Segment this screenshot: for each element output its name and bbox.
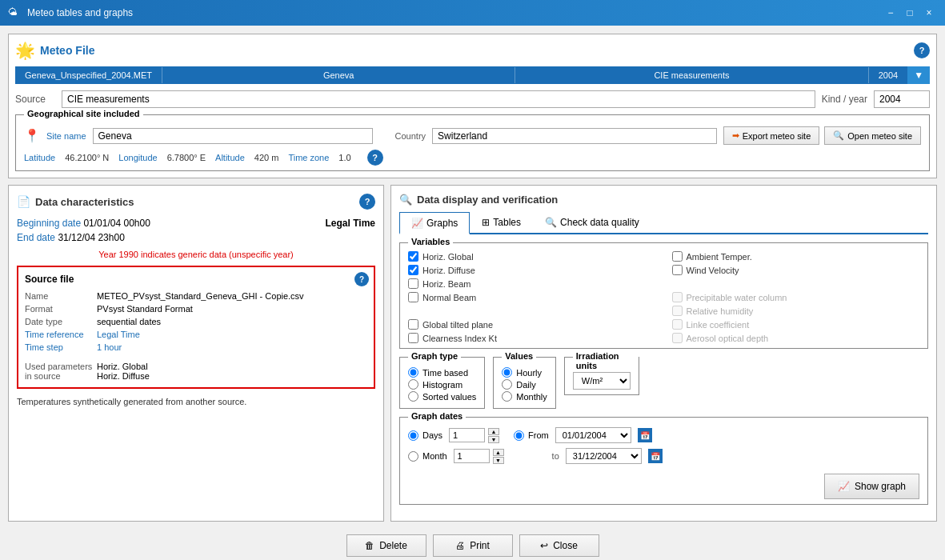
values-daily-radio[interactable] (502, 379, 512, 390)
var-precip-water-label: Precipitable water column (687, 293, 787, 302)
var-aerosol-checkbox[interactable] (672, 333, 683, 343)
graphs-tab-icon: 📈 (411, 218, 423, 229)
var-aerosol: Aerosol optical depth (672, 333, 920, 343)
file-selector-bar[interactable]: Geneva_Unspecified_2004.MET Geneva CIE m… (15, 66, 930, 84)
graph-type-sorted-radio[interactable] (408, 391, 418, 402)
meteo-file-title: Meteo File (40, 44, 94, 57)
graphs-tab-label: Graphs (426, 218, 458, 229)
begin-date-label: Beginning date (17, 218, 81, 229)
from-radio[interactable] (514, 430, 524, 441)
days-spin-up[interactable]: ▲ (488, 428, 499, 435)
source-label: Source (15, 94, 55, 105)
graph-type-box: Graph type Time based Histogram Sorte (399, 357, 485, 409)
end-date-value: 31/12/04 23h00 (58, 232, 124, 243)
delete-icon: 🗑 (365, 540, 374, 551)
check-quality-tab-icon: 🔍 (545, 217, 557, 228)
days-number-input[interactable] (449, 428, 485, 442)
meteo-file-section: 🌟 Meteo File ? Geneva_Unspecified_2004.M… (8, 34, 937, 178)
lon-label: Longitude (118, 153, 157, 162)
values-daily-label: Daily (516, 380, 535, 390)
tables-tab-icon: ⊞ (482, 217, 490, 228)
variables-legend: Variables (408, 237, 453, 246)
close-window-button[interactable]: × (921, 5, 937, 21)
graph-type-histogram-radio[interactable] (408, 379, 418, 390)
tab-tables[interactable]: ⊞ Tables (470, 212, 533, 233)
time-step-value: 1 hour (97, 342, 122, 352)
from-date-select[interactable]: 01/01/2004 (555, 427, 631, 443)
var-horiz-global-checkbox[interactable] (408, 251, 418, 262)
file-type: CIE measurements (515, 67, 868, 83)
graph-type-time-based-radio[interactable] (408, 367, 418, 378)
country-input[interactable] (432, 128, 717, 144)
var-wind-velocity-checkbox[interactable] (672, 265, 683, 275)
sun-icon: 🌟 (15, 41, 35, 60)
var-linke-coeff-checkbox[interactable] (672, 319, 683, 330)
begin-date-value: 01/01/04 00h00 (83, 218, 150, 229)
lat-value: 46.2100° N (65, 153, 109, 162)
file-selector-dropdown[interactable]: ▼ (907, 66, 930, 84)
to-calendar-button[interactable]: 📅 (648, 449, 663, 463)
days-spin-down[interactable]: ▼ (488, 436, 499, 443)
open-meteo-button[interactable]: 🔍 Open meteo site (824, 126, 921, 145)
dates-days-radio[interactable] (408, 430, 418, 441)
var-wind-velocity: Wind Velocity (672, 265, 920, 275)
print-button[interactable]: 🖨 Print (433, 534, 513, 557)
data-display-panel: 🔍 Data display and verification 📈 Graphs… (390, 185, 937, 522)
graph-type-histogram-label: Histogram (422, 380, 462, 390)
var-clearness-kt-checkbox[interactable] (408, 333, 418, 343)
geo-help-button[interactable]: ? (367, 150, 383, 166)
meteo-help-button[interactable]: ? (914, 42, 930, 58)
display-title: Data display and verification (417, 194, 558, 206)
var-horiz-diffuse: Horiz. Diffuse (408, 265, 656, 275)
var-normal-beam-checkbox[interactable] (408, 292, 418, 302)
file-path: Geneva_Unspecified_2004.MET (15, 67, 162, 83)
country-label: Country (395, 131, 426, 141)
source-file-help-button[interactable]: ? (354, 272, 369, 286)
tab-graphs[interactable]: 📈 Graphs (399, 212, 470, 234)
to-date-select[interactable]: 31/12/2004 (566, 448, 642, 464)
values-box: Values Hourly Daily Monthly (493, 357, 556, 409)
values-monthly-radio[interactable] (502, 391, 512, 402)
maximize-button[interactable]: □ (902, 5, 918, 21)
from-label: From (528, 430, 549, 440)
location-pin-icon: 📍 (24, 128, 40, 143)
title-bar: 🌤 Meteo tables and graphs − □ × (0, 0, 945, 26)
kind-year-input[interactable] (874, 90, 930, 108)
show-graph-button[interactable]: 📈 Show graph (824, 474, 919, 499)
graph-dates-box: Graph dates Days ▲ ▼ (399, 417, 928, 505)
var-horiz-beam-checkbox[interactable] (408, 278, 418, 289)
month-number-input[interactable] (454, 449, 490, 463)
var-precip-water-checkbox[interactable] (672, 292, 683, 302)
source-input[interactable] (62, 90, 815, 108)
month-spin-up[interactable]: ▲ (493, 449, 504, 456)
from-calendar-button[interactable]: 📅 (638, 428, 652, 442)
var-global-tilted-checkbox[interactable] (408, 319, 418, 330)
irr-units-select[interactable]: W/m² kWh/m² (573, 372, 631, 390)
site-name-input[interactable] (93, 128, 373, 144)
data-char-title: Data characteristics (35, 196, 134, 208)
file-city: Geneva (162, 67, 515, 83)
minimize-button[interactable]: − (883, 5, 899, 21)
var-horiz-diffuse-checkbox[interactable] (408, 265, 418, 275)
name-value: METEO_PVsyst_Standard_Geneva_GHI - Copie… (97, 291, 304, 301)
time-step-label: Time step (25, 342, 97, 352)
values-legend: Values (502, 351, 536, 361)
from-radio-row: From (514, 430, 549, 441)
tab-check-quality[interactable]: 🔍 Check data quality (533, 212, 651, 233)
close-button[interactable]: ↩ Close (519, 534, 599, 557)
legal-time-label: Legal Time (326, 218, 375, 229)
export-meteo-button[interactable]: ➡ Export meteo site (723, 126, 820, 145)
var-horiz-global: Horiz. Global (408, 251, 656, 262)
month-spin-down[interactable]: ▼ (493, 457, 504, 464)
close-icon: ↩ (540, 540, 548, 551)
var-rel-humidity-checkbox[interactable] (672, 306, 683, 316)
values-hourly-radio[interactable] (502, 367, 512, 378)
var-ambient-temp-checkbox[interactable] (672, 251, 683, 262)
data-char-help-button[interactable]: ? (359, 194, 375, 210)
dates-month-radio[interactable] (408, 451, 418, 462)
title-bar-title: Meteo tables and graphs (27, 7, 133, 18)
var-horiz-beam-label: Horiz. Beam (422, 279, 471, 289)
show-graph-label: Show graph (855, 481, 906, 492)
values-hourly-label: Hourly (516, 368, 542, 378)
delete-button[interactable]: 🗑 Delete (346, 534, 426, 557)
